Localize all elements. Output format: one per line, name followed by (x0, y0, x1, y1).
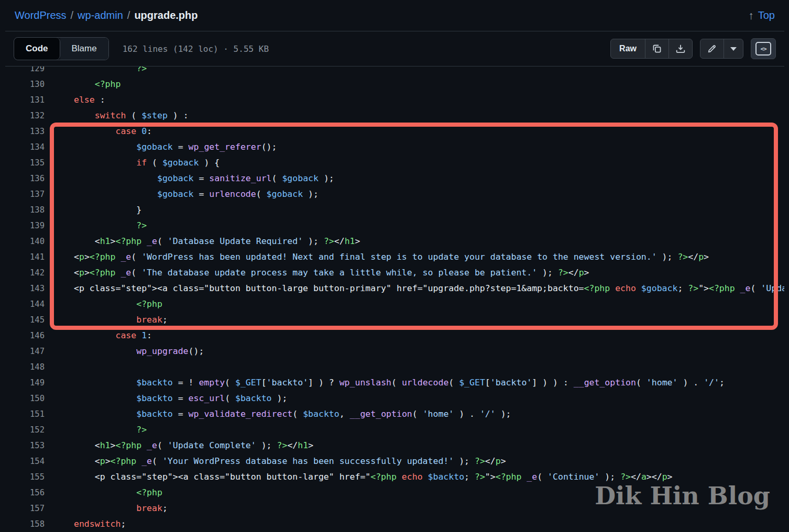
code-line: 134 $goback = wp_get_referer(); (5, 139, 784, 155)
code-line-text: switch ( $step ) : (74, 108, 189, 124)
edit-actions-group (700, 39, 743, 59)
line-number[interactable]: 146 (5, 328, 45, 343)
code-line-text: $backto = wp_validate_redirect( $backto,… (74, 406, 511, 422)
line-number[interactable]: 138 (5, 202, 45, 218)
code-line-text: $backto = esc_url( $backto ); (74, 391, 287, 406)
line-number[interactable]: 156 (5, 485, 45, 501)
line-number[interactable]: 158 (5, 516, 45, 532)
code-line-text: <p class="step"><a class="button button-… (74, 281, 784, 296)
code-line: 133 case 0: (5, 124, 784, 139)
code-line: 146 case 1: (5, 328, 784, 343)
code-line: 150 $backto = esc_url( $backto ); (5, 391, 784, 406)
code-line: 136 $goback = sanitize_url( $goback ); (5, 171, 784, 186)
raw-actions-group: Raw (610, 39, 693, 59)
code-line: 141<p><?php _e( 'WordPress has been upda… (5, 249, 784, 265)
code-line-text: wp_upgrade(); (74, 343, 204, 359)
code-line-text: $goback = wp_get_referer(); (74, 139, 277, 155)
line-number[interactable]: 144 (5, 296, 45, 312)
code-line: 143<p class="step"><a class="button butt… (5, 281, 784, 296)
breadcrumb-separator: / (127, 9, 130, 21)
edit-pencil-icon (707, 44, 717, 53)
code-line: 139 ?> (5, 218, 784, 234)
line-number[interactable]: 135 (5, 155, 45, 171)
code-line: 158endswitch; (5, 516, 784, 532)
code-line-text: <p class="step"><a class="button button-… (74, 469, 673, 485)
line-number[interactable]: 154 (5, 453, 45, 469)
line-number[interactable]: 139 (5, 218, 45, 234)
code-line: 148 (5, 359, 784, 375)
line-number[interactable]: 151 (5, 406, 45, 422)
line-number[interactable]: 157 (5, 501, 45, 516)
code-line-text: break; (74, 312, 168, 328)
code-line: 137 $goback = urlencode( $goback ); (5, 186, 784, 202)
code-line: 157 break; (5, 501, 784, 516)
line-number[interactable]: 133 (5, 124, 45, 139)
breadcrumb-link-folder[interactable]: wp-admin (78, 9, 123, 21)
code-line-text: endswitch; (74, 516, 126, 532)
code-view: 129 ?>130 <?php131else :132 switch ( $st… (5, 66, 784, 532)
code-line-text: <p><?php _e( 'WordPress has been updated… (74, 249, 709, 265)
file-meta-info: 162 lines (142 loc) · 5.55 KB (123, 44, 269, 54)
line-number[interactable]: 137 (5, 186, 45, 202)
edit-button[interactable] (700, 39, 724, 58)
code-line-text: ?> (74, 218, 147, 234)
code-line-text: <h1><?php _e( 'Update Complete' ); ?></h… (74, 438, 313, 453)
code-line: 153 <h1><?php _e( 'Update Complete' ); ?… (5, 438, 784, 453)
dropdown-caret-icon (730, 47, 737, 51)
copy-button[interactable] (645, 39, 669, 58)
code-line-text: <?php (74, 485, 162, 501)
line-number[interactable]: 150 (5, 391, 45, 406)
code-line: 156 <?php (5, 485, 784, 501)
line-number[interactable]: 143 (5, 281, 45, 296)
line-number[interactable]: 141 (5, 249, 45, 265)
code-line: 140 <h1><?php _e( 'Database Update Requi… (5, 234, 784, 249)
line-number[interactable]: 147 (5, 343, 45, 359)
symbols-button[interactable]: <> (751, 38, 776, 59)
back-to-top-link[interactable]: ↑ Top (748, 9, 775, 21)
code-line-text: <h1><?php _e( 'Database Update Required'… (74, 234, 360, 249)
code-line: 130 <?php (5, 76, 784, 92)
code-line-text: <p><?php _e( 'The database update proces… (74, 265, 589, 281)
code-line: 154 <p><?php _e( 'Your WordPress databas… (5, 453, 784, 469)
edit-dropdown-button[interactable] (724, 39, 743, 58)
code-line: 142<p><?php _e( 'The database update pro… (5, 265, 784, 281)
code-line-text: <?php (74, 76, 120, 92)
raw-button[interactable]: Raw (611, 39, 645, 58)
line-number[interactable]: 140 (5, 234, 45, 249)
breadcrumb-bar: WordPress/wp-admin/upgrade.php ↑ Top (5, 0, 784, 31)
line-number[interactable]: 136 (5, 171, 45, 186)
download-button[interactable] (669, 39, 692, 58)
line-number[interactable]: 145 (5, 312, 45, 328)
code-line: 145 break; (5, 312, 784, 328)
code-line-text: else : (74, 92, 105, 108)
code-line-text: } (74, 202, 141, 218)
line-number[interactable]: 142 (5, 265, 45, 281)
code-lines: 129 ?>130 <?php131else :132 switch ( $st… (5, 66, 784, 532)
line-number[interactable]: 155 (5, 469, 45, 485)
line-number[interactable]: 149 (5, 375, 45, 391)
code-line: 132 switch ( $step ) : (5, 108, 784, 124)
copy-icon (652, 44, 662, 53)
code-line-text: if ( $goback ) { (74, 155, 220, 171)
line-number[interactable]: 134 (5, 139, 45, 155)
breadcrumb-separator: / (71, 9, 74, 21)
line-number[interactable]: 148 (5, 359, 45, 375)
code-line: 144 <?php (5, 296, 784, 312)
arrow-up-icon: ↑ (748, 10, 754, 21)
file-toolbar: Code Blame 162 lines (142 loc) · 5.55 KB… (5, 31, 784, 66)
tab-blame[interactable]: Blame (60, 38, 108, 60)
code-line-text: case 0: (74, 124, 152, 139)
line-number[interactable]: 131 (5, 92, 45, 108)
line-number[interactable]: 129 (5, 66, 45, 76)
line-number[interactable]: 132 (5, 108, 45, 124)
line-number[interactable]: 130 (5, 76, 45, 92)
breadcrumb-link-repo[interactable]: WordPress (15, 9, 67, 21)
code-line: 129 ?> (5, 66, 784, 76)
breadcrumb: WordPress/wp-admin/upgrade.php (15, 9, 198, 21)
tab-code[interactable]: Code (14, 38, 60, 60)
code-line: 152 ?> (5, 422, 784, 438)
code-line-text: ?> (74, 422, 147, 438)
symbols-icon: <> (755, 42, 771, 56)
line-number[interactable]: 152 (5, 422, 45, 438)
line-number[interactable]: 153 (5, 438, 45, 453)
